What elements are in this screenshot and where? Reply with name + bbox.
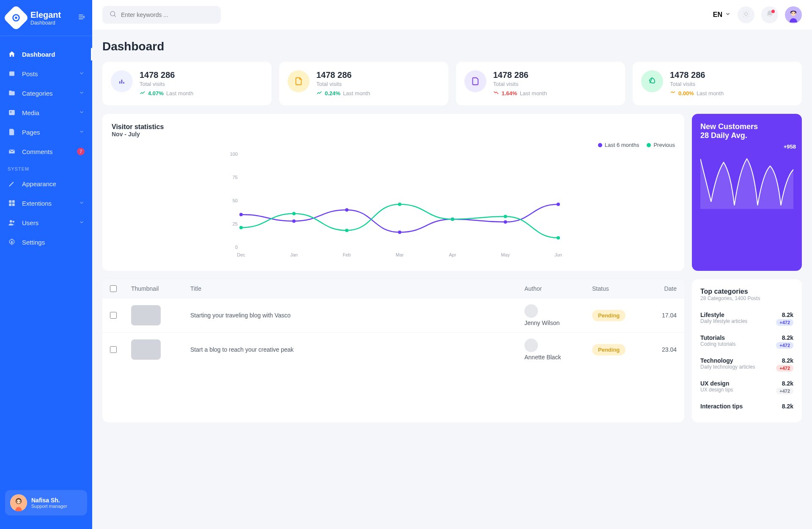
language-selector[interactable]: EN <box>713 11 731 19</box>
stat-grid: 1478 286Total visits 4.07%Last month 147… <box>102 62 802 105</box>
theme-toggle[interactable] <box>738 6 754 23</box>
legend-label: Last 6 months <box>605 142 639 148</box>
sidebar-item-comments[interactable]: Comments7 <box>0 142 92 161</box>
svg-rect-5 <box>9 200 11 203</box>
legend-label: Previous <box>653 142 675 148</box>
sidebar-item-appearance[interactable]: Appearance <box>0 174 92 193</box>
sidebar-item-label: Pages <box>22 129 79 136</box>
svg-point-40 <box>504 220 507 224</box>
svg-point-42 <box>239 226 243 229</box>
author-cell: Jenny Wilson <box>524 304 588 326</box>
stat-pct: 0.24% <box>325 90 340 96</box>
main: EN Dashboard 1478 286Total visits 4.07%L… <box>92 0 812 529</box>
svg-point-18 <box>745 13 748 16</box>
svg-point-16 <box>19 501 20 502</box>
sidebar-item-label: Users <box>22 219 79 226</box>
cat-name: Lifestyle <box>700 311 747 318</box>
svg-point-45 <box>398 203 401 206</box>
profile-avatar[interactable] <box>785 6 802 23</box>
th-status: Status <box>592 285 639 292</box>
row-checkbox[interactable] <box>110 312 117 319</box>
stat-period: Last month <box>166 90 193 96</box>
sidebar-item-label: Categories <box>22 90 79 97</box>
svg-point-47 <box>504 215 507 218</box>
file-icon <box>288 70 310 92</box>
cat-badge: +472 <box>776 365 793 372</box>
thumbnail <box>131 339 161 360</box>
posts-table: Thumbnail Title Author Status Date Start… <box>102 279 684 422</box>
trend-icon <box>670 90 676 97</box>
cat-badge: +472 <box>776 388 793 394</box>
trend-icon <box>493 90 499 97</box>
sidebar-item-posts[interactable]: Posts <box>0 64 92 83</box>
content: Dashboard 1478 286Total visits 4.07%Last… <box>92 30 812 529</box>
notifications-button[interactable] <box>761 6 778 23</box>
row-date: 17.04 <box>643 312 677 319</box>
sidebar-item-label: Extentions <box>22 200 79 207</box>
select-all-checkbox[interactable] <box>110 285 117 292</box>
chart-legend: Last 6 monthsPrevious <box>112 142 675 148</box>
cat-name: Interaction tips <box>700 403 743 410</box>
svg-text:May: May <box>501 252 510 257</box>
search-icon <box>109 10 117 19</box>
category-row[interactable]: TutorialsCoding tutorials 8.2k+472 <box>700 330 793 353</box>
chevron-down-icon <box>79 200 85 207</box>
row-date: 23.04 <box>643 346 677 353</box>
svg-point-44 <box>345 229 348 232</box>
newcust-subtitle: 28 Daily Avg. <box>700 131 793 140</box>
svg-text:50: 50 <box>233 198 238 203</box>
category-row[interactable]: LifestyleDaily lifestyle articles 8.2k+4… <box>700 307 793 330</box>
sidebar-item-media[interactable]: Media <box>0 103 92 122</box>
sidebar-item-categories[interactable]: Categories <box>0 83 92 103</box>
user-role: Support manager <box>31 504 67 509</box>
cat-count: 8.2k <box>782 403 793 410</box>
svg-point-38 <box>398 231 401 234</box>
sidebar-item-extentions[interactable]: Extentions <box>0 193 92 213</box>
sidebar-item-label: Media <box>22 109 79 116</box>
trend-icon <box>140 90 145 97</box>
category-row[interactable]: TechnologyDaily technology articles 8.2k… <box>700 353 793 376</box>
category-row[interactable]: Interaction tips 8.2k <box>700 399 793 414</box>
visitor-chart: 0255075100DecJanFebMarAprMayJun <box>112 150 675 260</box>
user-card[interactable]: Nafisa Sh. Support manager <box>5 490 87 515</box>
sun-icon <box>742 10 750 20</box>
sidebar-item-users[interactable]: Users <box>0 213 92 232</box>
mail-icon <box>8 147 16 156</box>
cat-count: 8.2k <box>776 357 793 364</box>
bars-icon <box>111 70 133 92</box>
stat-period: Last month <box>697 90 724 96</box>
stat-label: Total visits <box>316 81 370 87</box>
brand-subtitle: Dashboard <box>30 20 78 26</box>
stat-card: 1478 286Total visits 0.00%Last month <box>633 62 802 105</box>
sidebar-item-dashboard[interactable]: Dashboard <box>0 44 92 64</box>
cat-desc: Coding tutorials <box>700 341 735 347</box>
stat-pct: 4.07% <box>148 90 164 96</box>
thumbnail <box>131 305 161 325</box>
cats-subtitle: 28 Categories, 1400 Posts <box>700 295 793 301</box>
table-row[interactable]: Starting your traveling blog with Vasco … <box>102 298 684 332</box>
stat-pct: 1.64% <box>502 90 517 96</box>
logo-row: Elegant Dashboard <box>0 8 92 36</box>
author-name: Annette Black <box>524 354 588 361</box>
chevron-down-icon <box>79 109 85 116</box>
collapse-icon[interactable] <box>78 13 85 22</box>
trend-icon <box>316 90 322 97</box>
stat-delta: 4.07%Last month <box>140 90 193 97</box>
stat-label: Total visits <box>140 81 193 87</box>
search-input[interactable] <box>121 11 214 18</box>
sidebar-item-settings[interactable]: Settings <box>0 232 92 252</box>
svg-point-4 <box>10 111 11 113</box>
top-categories-card: Top categories 28 Categories, 1400 Posts… <box>692 279 802 422</box>
svg-text:100: 100 <box>230 152 238 157</box>
home-icon <box>8 50 16 58</box>
row-checkbox[interactable] <box>110 346 117 353</box>
th-thumbnail: Thumbnail <box>131 285 186 292</box>
table-row[interactable]: Start a blog to reach your creative peak… <box>102 332 684 366</box>
sidebar-item-pages[interactable]: Pages <box>0 122 92 142</box>
stat-delta: 0.00%Last month <box>670 90 724 97</box>
chevron-down-icon <box>79 90 85 97</box>
category-row[interactable]: UX designUX design tips 8.2k+472 <box>700 376 793 399</box>
status-badge: Pending <box>592 310 625 321</box>
search-box[interactable] <box>102 6 221 24</box>
status-badge: Pending <box>592 344 625 355</box>
